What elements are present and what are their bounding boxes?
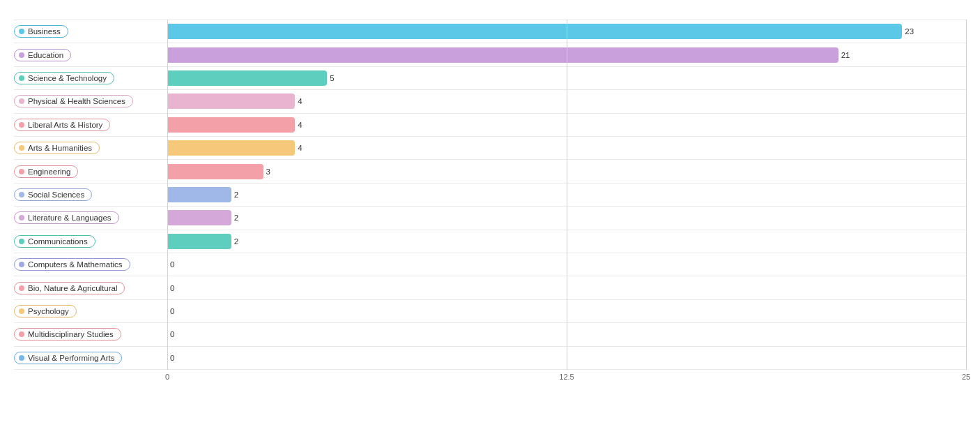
bar-label-text: Multidisciplinary Studies (28, 330, 114, 338)
bar-fill (167, 24, 902, 39)
bar-value-label: 5 (330, 74, 334, 82)
bars-section: Business23Education21Science & Technolog… (14, 20, 966, 370)
bar-label-text: Engineering (28, 167, 70, 176)
bar-label-text: Education (28, 51, 63, 59)
bar-dot (19, 169, 24, 174)
bar-row: Engineering3 (14, 160, 966, 183)
bar-label-wrap: Science & Technology (14, 72, 167, 84)
bar-track: 0 (167, 281, 966, 296)
bar-label-wrap: Physical & Health Sciences (14, 95, 167, 107)
bar-fill (167, 47, 839, 63)
bar-fill (167, 70, 327, 86)
bar-dot (19, 285, 24, 291)
bar-fill (167, 234, 231, 249)
bar-label-pill: Engineering (14, 165, 78, 178)
bar-label-pill: Physical & Health Sciences (14, 95, 133, 107)
bar-value-label: 4 (298, 121, 302, 129)
bar-label-text: Arts & Humanities (28, 144, 92, 152)
bar-label-wrap: Education (14, 49, 167, 61)
bar-label-text: Business (28, 27, 61, 36)
bar-track: 4 (167, 140, 966, 156)
bar-label-text: Science & Technology (28, 74, 107, 82)
bar-label-text: Computers & Mathematics (28, 260, 123, 269)
bar-track: 0 (167, 257, 966, 272)
bar-label-wrap: Multidisciplinary Studies (14, 328, 167, 341)
bar-label-wrap: Business (14, 25, 167, 38)
bar-track: 3 (167, 164, 966, 179)
bar-label-pill: Computers & Mathematics (14, 258, 130, 271)
bar-value-label: 21 (841, 51, 850, 59)
bar-fill (167, 164, 263, 179)
bar-dot (19, 122, 24, 128)
bar-track: 4 (167, 117, 966, 133)
bar-row: Psychology0 (14, 300, 966, 323)
bar-value-label: 4 (298, 144, 302, 152)
bar-label-text: Visual & Performing Arts (28, 354, 114, 362)
bar-label-text: Communications (28, 237, 88, 246)
bar-label-wrap: Liberal Arts & History (14, 119, 167, 131)
bar-label-pill: Visual & Performing Arts (14, 352, 122, 364)
bar-label-pill: Bio, Nature & Agricultural (14, 282, 125, 294)
bar-row: Communications2 (14, 230, 966, 253)
bar-label-pill: Psychology (14, 305, 77, 317)
bar-label-pill: Science & Technology (14, 72, 114, 84)
bar-label-text: Physical & Health Sciences (28, 97, 125, 105)
bar-label-wrap: Psychology (14, 305, 167, 317)
bar-row: Business23 (14, 20, 966, 43)
bar-row: Physical & Health Sciences4 (14, 90, 966, 113)
bar-label-pill: Education (14, 49, 71, 61)
bar-value-label: 3 (266, 167, 270, 176)
bar-value-label: 0 (170, 284, 174, 292)
bar-dot (19, 145, 24, 151)
bar-dot (19, 75, 24, 81)
bar-row: Science & Technology5 (14, 67, 966, 90)
bar-value-label: 4 (298, 97, 302, 105)
bar-label-wrap: Visual & Performing Arts (14, 352, 167, 364)
bar-value-label: 0 (170, 330, 174, 338)
bar-row: Literature & Languages2 (14, 207, 966, 230)
bar-row: Education21 (14, 43, 966, 66)
chart-area: Business23Education21Science & Technolog… (14, 20, 966, 385)
bar-label-wrap: Arts & Humanities (14, 142, 167, 154)
bar-label-pill: Social Sciences (14, 188, 92, 201)
bar-row: Computers & Mathematics0 (14, 253, 966, 276)
bar-track: 2 (167, 210, 966, 225)
bar-label-wrap: Engineering (14, 165, 167, 178)
chart-container: Business23Education21Science & Technolog… (0, 0, 980, 441)
bar-value-label: 0 (170, 260, 174, 269)
bar-label-pill: Communications (14, 235, 95, 248)
bar-value-label: 2 (234, 190, 238, 199)
bar-dot (19, 331, 24, 337)
bar-label-pill: Arts & Humanities (14, 142, 100, 154)
bar-dot (19, 98, 24, 104)
bar-track: 23 (167, 24, 966, 39)
bar-label-pill: Liberal Arts & History (14, 119, 110, 131)
bar-value-label: 2 (234, 237, 238, 246)
bar-track: 0 (167, 327, 966, 342)
grid-line (966, 20, 967, 370)
bar-fill (167, 94, 295, 109)
bar-label-text: Literature & Languages (28, 214, 112, 222)
bar-dot (19, 262, 24, 267)
grid-line (966, 24, 967, 39)
bar-track: 2 (167, 234, 966, 249)
bar-dot (19, 308, 24, 314)
bar-dot (19, 29, 24, 34)
bar-track: 5 (167, 70, 966, 86)
bar-label-text: Social Sciences (28, 190, 84, 199)
bar-row: Social Sciences2 (14, 184, 966, 207)
bar-label-pill: Literature & Languages (14, 211, 119, 224)
bar-track: 21 (167, 47, 966, 63)
bar-track: 0 (167, 304, 966, 319)
bar-track: 0 (167, 350, 966, 366)
bar-fill (167, 140, 295, 156)
x-axis-tick: 0 (165, 373, 169, 381)
x-axis: 012.525 (167, 373, 966, 385)
bar-row: Visual & Performing Arts0 (14, 347, 966, 370)
bar-row: Multidisciplinary Studies0 (14, 323, 966, 346)
bar-row: Bio, Nature & Agricultural0 (14, 276, 966, 299)
bar-fill (167, 187, 231, 202)
bar-dot (19, 192, 24, 197)
bar-value-label: 2 (234, 214, 238, 222)
bar-fill (167, 117, 295, 133)
